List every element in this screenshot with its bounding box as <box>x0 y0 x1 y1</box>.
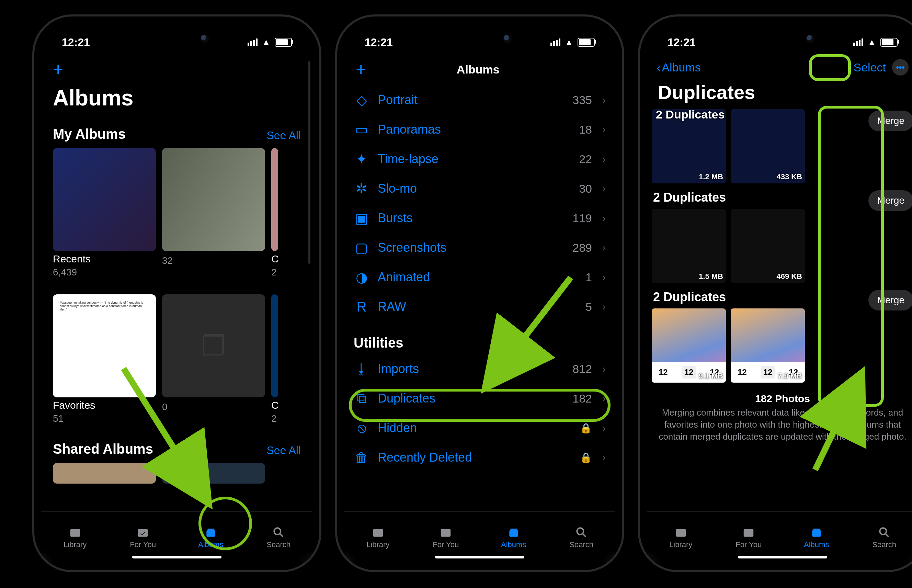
tab-library[interactable]: Library <box>41 512 109 563</box>
media-type-slo-mo[interactable]: ✲ Slo-mo30 › <box>344 174 615 204</box>
nav-bar: + <box>41 56 313 83</box>
nav-bar: + Albums <box>344 56 615 83</box>
chevron-right-icon: › <box>602 452 606 463</box>
section-shared-albums: Shared Albums <box>53 441 153 457</box>
media-type-time-lapse[interactable]: ✦ Time-lapse22 › <box>344 144 615 174</box>
media-type-raw[interactable]: R RAW5 › <box>344 292 615 321</box>
album-favorites[interactable]: Passage I'm taking seriously — "The dyna… <box>53 294 156 424</box>
status-time: 12:21 <box>668 36 696 49</box>
ellipsis-icon: ••• <box>896 63 904 72</box>
raw-icon: R <box>354 299 370 315</box>
utility-duplicates[interactable]: ⧉ Duplicates 182 › <box>344 384 615 413</box>
chevron-right-icon: › <box>602 183 606 194</box>
svg-line-5 <box>280 534 283 537</box>
wifi-icon: ▲ <box>867 37 876 48</box>
portrait-icon: ◇ <box>354 92 370 108</box>
battery-icon <box>880 38 897 47</box>
media-type-bursts[interactable]: ▣ Bursts119 › <box>344 204 615 233</box>
chevron-right-icon: › <box>602 393 606 404</box>
duplicate-thumbnail[interactable]: 433 KB <box>731 109 805 183</box>
tab-library[interactable]: Library <box>344 512 412 563</box>
back-button[interactable]: ‹ Albums <box>657 61 701 74</box>
chevron-right-icon: › <box>602 422 606 434</box>
album-item-partial[interactable]: C 2 <box>271 294 279 424</box>
chevron-right-icon: › <box>602 301 606 313</box>
phone-duplicates: 12:21 ▲ ‹ Albums Select ••• Duplicates 1… <box>640 16 912 570</box>
media-type-animated[interactable]: ◑ Animated1 › <box>344 262 615 292</box>
imports-icon: ⭳ <box>354 361 370 377</box>
svg-line-12 <box>583 534 586 537</box>
svg-rect-2 <box>207 530 215 537</box>
utility-hidden[interactable]: ⦸ Hidden 🔒 › <box>344 413 615 443</box>
home-indicator[interactable] <box>435 556 524 559</box>
album-item[interactable]: 32 <box>162 148 265 278</box>
animated-icon: ◑ <box>354 269 370 285</box>
svg-rect-1 <box>138 529 148 537</box>
album-empty[interactable]: ❐ 0 <box>162 294 265 424</box>
add-album-button[interactable]: + <box>53 59 63 80</box>
photo-stack-icon: ❐ <box>162 294 265 397</box>
svg-rect-8 <box>441 529 451 537</box>
add-album-button[interactable]: + <box>356 59 366 80</box>
duplicate-thumbnail[interactable]: 469 KB <box>731 209 805 283</box>
chevron-right-icon: › <box>602 153 606 165</box>
svg-rect-16 <box>812 530 821 537</box>
select-button[interactable]: Select <box>854 61 886 74</box>
slo-mo-icon: ✲ <box>354 181 370 197</box>
status-time: 12:21 <box>62 36 90 49</box>
home-indicator[interactable] <box>132 556 221 559</box>
see-all-link[interactable]: See All <box>266 129 301 142</box>
nav-bar: ‹ Albums Select ••• <box>647 56 912 79</box>
panoramas-icon: ▭ <box>354 121 370 137</box>
more-button[interactable]: ••• <box>892 59 909 76</box>
utility-imports[interactable]: ⭳ Imports 812 › <box>344 354 615 384</box>
merge-button[interactable]: Merge <box>868 190 912 211</box>
tab-library[interactable]: Library <box>647 512 715 563</box>
recently-deleted-icon: 🗑 <box>354 449 370 465</box>
home-indicator[interactable] <box>738 556 827 559</box>
media-type-panoramas[interactable]: ▭ Panoramas18 › <box>344 115 615 144</box>
album-item-partial[interactable]: C 2 <box>271 148 279 278</box>
tab-search[interactable]: Search <box>245 512 313 563</box>
chevron-right-icon: › <box>602 94 606 106</box>
svg-rect-17 <box>813 528 820 530</box>
chevron-right-icon: › <box>602 271 606 283</box>
cellular-icon <box>248 39 258 46</box>
utility-recently-deleted[interactable]: 🗑 Recently Deleted 🔒 › <box>344 443 615 472</box>
see-all-link[interactable]: See All <box>266 444 301 457</box>
dynamic-island <box>743 29 822 48</box>
svg-rect-10 <box>510 528 517 530</box>
svg-rect-14 <box>676 529 686 537</box>
battery-icon <box>578 38 595 47</box>
chevron-left-icon: ‹ <box>657 61 660 74</box>
svg-rect-0 <box>70 529 80 537</box>
media-type-screenshots[interactable]: ▢ Screenshots289 › <box>344 233 615 262</box>
album-recents[interactable]: Recents 6,439 <box>53 148 156 278</box>
hidden-icon: ⦸ <box>354 420 370 436</box>
lock-icon: 🔒 <box>580 422 592 434</box>
heart-icon: ♡ <box>57 380 67 393</box>
tab-search[interactable]: Search <box>548 512 616 563</box>
svg-point-11 <box>577 528 584 535</box>
screenshots-icon: ▢ <box>354 240 370 255</box>
media-type-portrait[interactable]: ◇ Portrait335 › <box>344 85 615 115</box>
page-title: Albums <box>53 85 134 111</box>
svg-line-19 <box>886 534 889 537</box>
section-my-albums: My Albums <box>53 126 126 142</box>
merge-button[interactable]: Merge <box>868 290 912 310</box>
footer-count: 182 Photos <box>652 393 912 405</box>
shared-album-item[interactable] <box>53 463 156 484</box>
duplicate-thumbnail[interactable]: 12 12 12 7.9 MB <box>731 309 805 383</box>
chevron-right-icon: › <box>602 212 606 224</box>
duplicate-thumbnail[interactable]: 1.5 MB <box>652 209 726 283</box>
shared-album-item[interactable] <box>162 463 265 484</box>
svg-rect-15 <box>744 529 754 537</box>
battery-icon <box>275 38 292 47</box>
svg-rect-7 <box>373 529 383 537</box>
time-lapse-icon: ✦ <box>354 151 370 167</box>
section-utilities: Utilities <box>344 321 615 354</box>
merge-button[interactable]: Merge <box>868 111 912 131</box>
dynamic-island <box>440 29 519 48</box>
tab-search[interactable]: Search <box>851 512 912 563</box>
duplicate-thumbnail[interactable]: 12 12 12 9.1 MB <box>652 309 726 383</box>
